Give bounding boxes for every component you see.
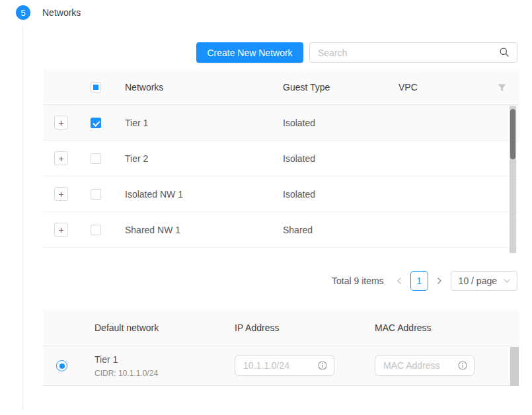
previous-page-button[interactable] xyxy=(393,271,405,291)
networks-step-page: 5 Networks Create New Network Networks G… xyxy=(0,0,532,415)
filter-icon[interactable] xyxy=(498,83,506,94)
page-size-select[interactable]: 10 / page xyxy=(451,271,517,291)
select-all-checkbox[interactable] xyxy=(91,82,101,93)
default-network-radio[interactable] xyxy=(56,360,67,371)
column-header-guest-type: Guest Type xyxy=(283,82,330,93)
next-page-button[interactable] xyxy=(434,271,445,291)
expand-row-button[interactable]: + xyxy=(54,116,68,130)
table-row: + Isolated NW 1 Isolated xyxy=(43,176,519,212)
column-header-mac-address: MAC Address xyxy=(375,322,432,333)
page-size-value: 10 / page xyxy=(459,276,497,286)
networks-table: Networks Guest Type VPC + Tier 1 Isolate… xyxy=(43,69,519,248)
info-icon[interactable] xyxy=(458,361,467,372)
chevron-down-icon xyxy=(504,279,510,283)
table-scrollbar-thumb[interactable] xyxy=(510,109,515,159)
network-name: Tier 1 xyxy=(125,118,148,128)
network-name: Isolated NW 1 xyxy=(125,189,183,200)
step-title: Networks xyxy=(42,7,81,18)
row-checkbox[interactable] xyxy=(91,189,101,200)
default-network-table-header: Default network IP Address MAC Address xyxy=(43,310,519,346)
guest-type: Isolated xyxy=(283,153,315,164)
create-new-network-button[interactable]: Create New Network xyxy=(196,42,303,63)
guest-type: Isolated xyxy=(283,189,315,200)
pagination: Total 9 items 1 10 / page xyxy=(43,271,517,291)
mac-address-field-wrap xyxy=(375,355,475,376)
ip-address-field-wrap xyxy=(235,355,334,376)
pagination-total: Total 9 items xyxy=(332,276,384,286)
expand-row-button[interactable]: + xyxy=(54,187,68,201)
network-name: Tier 2 xyxy=(125,153,148,164)
default-network-row: Tier 1 CIDR: 10.1.1.0/24 xyxy=(43,346,519,386)
networks-table-header: Networks Guest Type VPC xyxy=(43,69,519,105)
default-network-name: Tier 1 xyxy=(95,354,118,365)
table-row: + Tier 2 Isolated xyxy=(43,141,519,176)
search-input[interactable] xyxy=(309,42,517,63)
column-header-networks: Networks xyxy=(125,82,163,93)
guest-type: Isolated xyxy=(283,118,315,128)
column-header-default-network: Default network xyxy=(95,322,159,333)
step-number-badge: 5 xyxy=(16,5,30,20)
expand-row-button[interactable]: + xyxy=(54,223,68,237)
default-table-scrollbar-track[interactable] xyxy=(510,347,519,386)
page-1-button[interactable]: 1 xyxy=(410,271,428,291)
column-header-vpc: VPC xyxy=(399,82,418,93)
table-row: + Shared NW 1 Shared xyxy=(43,212,519,248)
network-name: Shared NW 1 xyxy=(125,225,180,235)
search-box xyxy=(309,42,517,63)
step-connector-line xyxy=(22,25,23,410)
default-network-table: Default network IP Address MAC Address T… xyxy=(43,310,519,386)
info-icon[interactable] xyxy=(318,361,327,372)
table-row: + Tier 1 Isolated xyxy=(43,105,519,141)
default-network-cidr: CIDR: 10.1.1.0/24 xyxy=(95,369,158,378)
row-checkbox[interactable] xyxy=(91,225,101,235)
row-checkbox[interactable] xyxy=(91,118,101,128)
expand-row-button[interactable]: + xyxy=(54,151,68,165)
search-icon xyxy=(499,47,510,59)
step-item-networks[interactable]: 5 Networks xyxy=(16,5,81,20)
row-checkbox[interactable] xyxy=(91,153,101,164)
guest-type: Shared xyxy=(283,225,313,235)
column-header-ip-address: IP Address xyxy=(235,322,279,333)
